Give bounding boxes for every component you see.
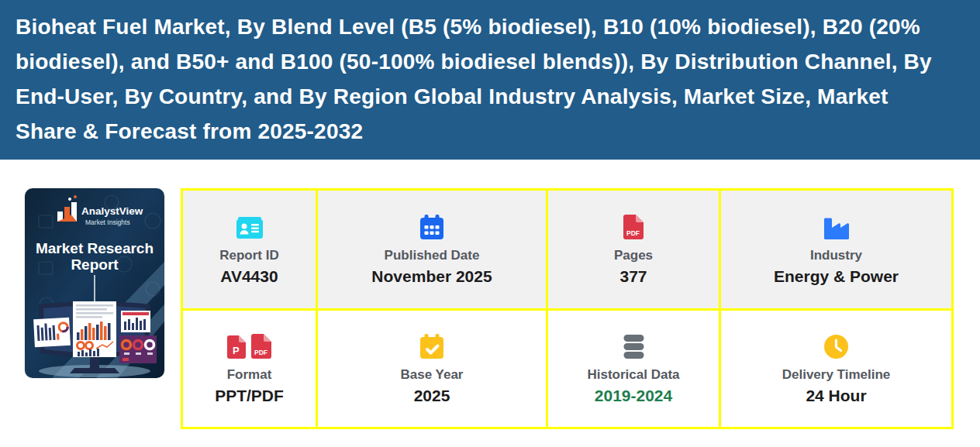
info-card-value: 2025 bbox=[414, 387, 450, 405]
report-summary-section: AnalystView Market Insights Market Resea… bbox=[0, 160, 980, 429]
report-meta-grid: Report ID AV4430 bbox=[181, 188, 954, 429]
calendar-check-icon bbox=[420, 332, 443, 359]
info-card-base-year: Base Year 2025 bbox=[318, 311, 546, 427]
info-card-report-id: Report ID AV4430 bbox=[183, 191, 316, 308]
info-card-value: 2019-2024 bbox=[595, 387, 672, 405]
report-cover-thumbnail: AnalystView Market Insights Market Resea… bbox=[25, 188, 164, 378]
clock-icon bbox=[824, 332, 848, 359]
info-card-industry: Industry Energy & Power bbox=[721, 191, 951, 308]
info-card-label: Format bbox=[227, 367, 272, 383]
id-card-icon bbox=[236, 213, 264, 239]
calendar-icon bbox=[420, 213, 443, 239]
info-card-value: AV4430 bbox=[220, 267, 278, 286]
thumbnail-caption-line1: Market Research bbox=[36, 240, 154, 256]
info-card-value: Energy & Power bbox=[774, 267, 899, 286]
info-card-value: 377 bbox=[619, 267, 647, 286]
info-card-label: Delivery Timeline bbox=[782, 367, 891, 383]
svg-text:PDF: PDF bbox=[254, 349, 267, 356]
info-card-label: Report ID bbox=[219, 248, 279, 263]
info-card-format: P PDF Format PPT/PDF bbox=[183, 311, 316, 427]
info-card-value: PPT/PDF bbox=[215, 387, 284, 405]
svg-text:P: P bbox=[233, 345, 240, 356]
page-title: Bioheat Fuel Market, By Blend Level (B5 … bbox=[16, 9, 954, 149]
info-card-historical-data: Historical Data 2019-2024 bbox=[548, 311, 719, 427]
database-icon bbox=[623, 332, 644, 359]
page-header: Bioheat Fuel Market, By Blend Level (B5 … bbox=[0, 0, 980, 160]
report-thumbnail-illustration: AnalystView Market Insights Market Resea… bbox=[25, 188, 164, 378]
pdf-file-icon: PDF bbox=[251, 334, 271, 359]
info-card-label: Industry bbox=[810, 248, 862, 263]
info-card-label: Published Date bbox=[385, 248, 480, 263]
info-card-value: 24 Hour bbox=[806, 387, 866, 405]
factory-icon bbox=[824, 213, 849, 239]
info-card-pages: PDF Pages 377 bbox=[548, 191, 719, 308]
info-card-label: Pages bbox=[614, 248, 653, 263]
thumbnail-caption-line2: Report bbox=[71, 256, 119, 273]
svg-text:PDF: PDF bbox=[626, 229, 640, 237]
ppt-file-icon: P bbox=[227, 335, 246, 359]
info-card-value: November 2025 bbox=[371, 267, 492, 286]
pdf-file-icon: PDF bbox=[623, 213, 644, 239]
thumbnail-brand-tagline: Market Insights bbox=[85, 218, 130, 226]
info-card-published-date: Published Date November 2025 bbox=[318, 191, 546, 308]
ppt-pdf-file-icons: P PDF bbox=[227, 332, 271, 359]
info-card-label: Base Year bbox=[401, 367, 464, 383]
info-card-label: Historical Data bbox=[587, 367, 679, 383]
thumbnail-brand-name: AnalystView bbox=[81, 205, 143, 217]
info-card-delivery-timeline: Delivery Timeline 24 Hour bbox=[721, 311, 951, 427]
